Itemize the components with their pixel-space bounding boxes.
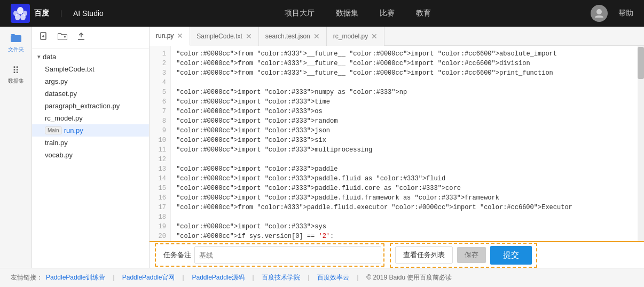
- nav-item-projects[interactable]: 项目大厅: [285, 9, 315, 18]
- studio-text: AI Studio: [73, 9, 104, 18]
- sidebar-files-label: 文件夹: [8, 46, 24, 53]
- file-tree: ▾ data SampleCode.txt args.py dataset.py…: [32, 49, 149, 268]
- file-run[interactable]: Main run.py: [32, 124, 149, 137]
- line-numbers: 123456789101112131415161718192021222324: [150, 46, 171, 241]
- svg-point-3: [15, 14, 20, 20]
- code-content[interactable]: "color:#0000cc">from "color:#333">__futu…: [171, 46, 638, 241]
- svg-rect-6: [11, 35, 21, 42]
- folder-arrow-icon: ▾: [37, 53, 41, 60]
- nav-menu: 项目大厅 数据集 比赛 教育: [125, 9, 591, 18]
- new-folder-button[interactable]: [56, 31, 69, 43]
- code-editor: 123456789101112131415161718192021222324 …: [150, 46, 644, 241]
- main-badge: Main: [45, 126, 62, 134]
- baidu-logo: [11, 4, 30, 23]
- tab-rc-model[interactable]: rc_model.py ✕: [327, 27, 384, 46]
- submit-button[interactable]: 提交: [490, 246, 532, 265]
- nav-item-competition[interactable]: 比赛: [380, 9, 395, 18]
- editor-area: run.py ✕ SampleCode.txt ✕ search.test.js…: [150, 27, 644, 268]
- folder-data[interactable]: ▾ data: [32, 51, 149, 63]
- file-train-label: train.py: [45, 139, 68, 147]
- baseline-input[interactable]: [194, 246, 381, 264]
- file-args[interactable]: args.py: [32, 75, 149, 87]
- task-note-label: 任务备注: [163, 250, 191, 260]
- file-rc-model[interactable]: rc_model.py: [32, 112, 149, 124]
- footer-link-training[interactable]: PaddlePaddle训练营: [46, 273, 105, 282]
- file-toolbar: [32, 27, 149, 49]
- scrollbar-track[interactable]: [638, 46, 644, 241]
- file-vocab-label: vocab.py: [45, 151, 73, 159]
- file-panel: ▾ data SampleCode.txt args.py dataset.py…: [32, 27, 150, 268]
- help-link[interactable]: 帮助: [618, 9, 633, 18]
- svg-point-5: [596, 9, 602, 14]
- file-samplecode-label: SampleCode.txt: [45, 65, 95, 73]
- file-dataset[interactable]: dataset.py: [32, 87, 149, 100]
- dataset-icon: ⠿: [12, 65, 19, 76]
- sidebar-item-files[interactable]: 文件夹: [4, 32, 28, 53]
- top-navigation: 百度 ｜ AI Studio 项目大厅 数据集 比赛 教育 帮助: [0, 0, 644, 27]
- nav-right: 帮助: [591, 5, 633, 22]
- tab-run-py-label: run.py: [156, 32, 174, 39]
- folder-name: data: [43, 53, 56, 61]
- save-button[interactable]: 保存: [457, 247, 486, 263]
- svg-point-0: [17, 7, 23, 14]
- footer-link-efficiency[interactable]: 百度效率云: [317, 273, 349, 282]
- tab-rc-model-label: rc_model.py: [333, 33, 368, 40]
- nav-item-datasets[interactable]: 数据集: [336, 9, 358, 18]
- footer-link-academy[interactable]: 百度技术学院: [262, 273, 300, 282]
- file-samplecode[interactable]: SampleCode.txt: [32, 63, 149, 75]
- tab-rc-model-close[interactable]: ✕: [371, 33, 378, 40]
- sidebar-dataset-label: 数据集: [8, 77, 24, 85]
- logo-area: 百度 ｜ AI Studio: [11, 4, 104, 23]
- tab-samplecode-close[interactable]: ✕: [246, 33, 252, 40]
- sidebar-item-dataset[interactable]: ⠿ 数据集: [4, 64, 28, 85]
- task-note-section: 任务备注: [155, 243, 384, 267]
- footer-link-official[interactable]: PaddlePaddle官网: [122, 273, 175, 282]
- file-vocab[interactable]: vocab.py: [32, 149, 149, 161]
- folder-icon: [11, 33, 21, 45]
- tabs-bar: run.py ✕ SampleCode.txt ✕ search.test.js…: [150, 27, 644, 46]
- file-run-label: run.py: [64, 126, 83, 134]
- main-area: 文件夹 ⠿ 数据集: [0, 27, 644, 268]
- view-task-button[interactable]: 查看任务列表: [395, 246, 453, 264]
- file-args-label: args.py: [45, 77, 68, 85]
- tab-search-test-label: search.test.json: [265, 33, 310, 40]
- footer: 友情链接： PaddlePaddle训练营 ｜ PaddlePaddle官网 ｜…: [0, 268, 644, 287]
- avatar[interactable]: [591, 5, 608, 22]
- bottom-bar: 任务备注 查看任务列表 保存 提交: [150, 241, 644, 268]
- action-buttons-section: 查看任务列表 保存 提交: [390, 243, 537, 268]
- file-train[interactable]: train.py: [32, 137, 149, 149]
- baidu-text: 百度: [34, 9, 49, 18]
- svg-point-4: [20, 14, 26, 20]
- nav-item-education[interactable]: 教育: [416, 9, 431, 18]
- tab-search-test-close[interactable]: ✕: [313, 33, 320, 40]
- new-file-button[interactable]: [37, 31, 50, 44]
- file-rc-model-label: rc_model.py: [45, 114, 83, 122]
- tab-run-py[interactable]: run.py ✕: [150, 27, 190, 46]
- tab-search-test[interactable]: search.test.json ✕: [259, 27, 327, 46]
- file-paragraph-label: paragraph_extraction.py: [45, 102, 120, 110]
- footer-prefix: 友情链接：: [11, 273, 43, 282]
- tab-run-py-close[interactable]: ✕: [177, 32, 183, 39]
- footer-copyright: © 2019 Baidu 使用百度前必读: [366, 273, 452, 282]
- file-dataset-label: dataset.py: [45, 90, 77, 98]
- tab-samplecode[interactable]: SampleCode.txt ✕: [190, 27, 258, 46]
- logo-divider: ｜: [58, 9, 65, 18]
- sidebar: 文件夹 ⠿ 数据集: [0, 27, 32, 268]
- footer-link-source[interactable]: PaddlePaddle源码: [192, 273, 245, 282]
- tab-samplecode-label: SampleCode.txt: [197, 33, 242, 40]
- upload-button[interactable]: [75, 31, 88, 44]
- file-paragraph[interactable]: paragraph_extraction.py: [32, 100, 149, 112]
